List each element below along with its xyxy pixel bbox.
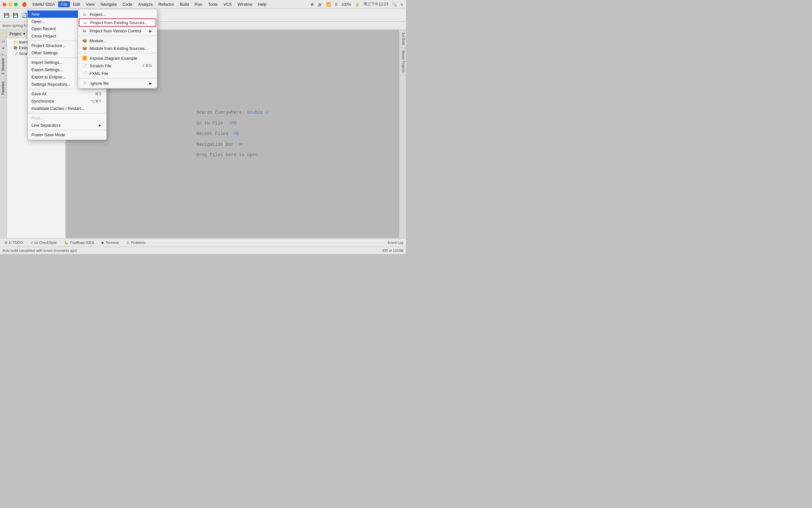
menubar-apple[interactable]: 🍎 xyxy=(19,1,29,7)
close-project-label: Close Project xyxy=(32,34,56,38)
menubar-intellij[interactable]: IntelliJ IDEA xyxy=(30,1,57,7)
power-save-label: Power Save Mode xyxy=(32,132,65,137)
new-sep-2 xyxy=(78,53,157,53)
menubar-code[interactable]: Code xyxy=(120,1,135,7)
volume-icon: 🔊 xyxy=(318,2,322,7)
scratch-file-label: Scratch File xyxy=(90,64,112,68)
synchronize-shortcut: ⌥⌘Y xyxy=(90,99,102,103)
export-settings-label: Export Settings... xyxy=(32,67,63,72)
scratch-file-icon: 📄 xyxy=(82,63,87,68)
project-from-existing-label: Project from Existing Sources... xyxy=(90,20,148,25)
aspose-icon: 🟧 xyxy=(82,55,87,60)
settings-repo-label: Settings Repository... xyxy=(32,82,71,87)
line-sep-label: Line Separators xyxy=(32,123,61,128)
scratch-file-shortcut: ⇧⌘N xyxy=(142,64,152,68)
new-submenu: 🗂 Project... 🗂 Project from Existing Sou… xyxy=(78,9,157,89)
battery-icon: 🔋 xyxy=(355,2,360,7)
project-icon: 🗂 xyxy=(82,12,87,17)
menu-fxml[interactable]: 📄 FXML File xyxy=(78,70,157,77)
new-sep-1 xyxy=(78,36,157,36)
save-all-label: Save All xyxy=(32,91,46,96)
menu-synchronize[interactable]: Synchronize ⌥⌘Y xyxy=(28,97,107,105)
open-label: Open... xyxy=(32,19,45,24)
menubar-refactor[interactable]: Refactor xyxy=(156,1,177,7)
menubar-vcs[interactable]: VCS xyxy=(221,1,235,7)
search-icon[interactable]: 🔍 xyxy=(392,2,397,7)
traffic-lights xyxy=(3,3,18,6)
existing-project-icon: 🗂 xyxy=(83,20,88,25)
clock: 周三下午12:23 xyxy=(363,2,388,7)
other-settings-label: Other Settings xyxy=(32,50,58,55)
new-module-label: Module... xyxy=(90,38,107,43)
module-existing-icon: 📦 xyxy=(82,46,87,51)
minimize-button[interactable] xyxy=(8,3,12,6)
menubar-build[interactable]: Build xyxy=(177,1,192,7)
separator-4 xyxy=(28,113,107,113)
new-project-label: Project... xyxy=(90,12,106,17)
module-icon: 📦 xyxy=(82,38,87,43)
menu-overlay: New ▶ Open... Open Recent ▶ Close Projec… xyxy=(0,9,406,254)
menu-save-all[interactable]: Save All ⌘S xyxy=(28,90,107,97)
export-eclipse-label: Export to Eclipse... xyxy=(32,75,66,79)
menubar-run[interactable]: Run xyxy=(192,1,205,7)
menu-project-from-vcs[interactable]: 🗂 Project from Version Control ▶ xyxy=(78,27,157,35)
menu-module-from-existing[interactable]: 📦 Module from Existing Sources... xyxy=(78,44,157,52)
menu-ignore-file[interactable]: .i* .ignore file ▶ xyxy=(78,79,157,87)
line-sep-arrow: ▶ xyxy=(99,124,102,127)
menubar-view[interactable]: View xyxy=(83,1,97,7)
ignore-arrow: ▶ xyxy=(149,82,152,85)
ignore-file-label: .ignore file xyxy=(90,81,109,86)
menu-print: Print... xyxy=(28,114,107,122)
skype-icon: S xyxy=(335,2,337,7)
menu-project-from-existing[interactable]: 🗂 Project from Existing Sources... xyxy=(79,18,156,27)
fxml-label: FXML File xyxy=(90,71,108,76)
menubar-edit[interactable]: Edit xyxy=(71,1,83,7)
fxml-icon: 📄 xyxy=(82,71,87,76)
close-button[interactable] xyxy=(3,3,6,6)
project-structure-label: Project Structure... xyxy=(32,43,66,48)
open-recent-label: Open Recent xyxy=(32,26,56,31)
save-all-shortcut: ⌘S xyxy=(95,92,102,96)
zoom-button[interactable] xyxy=(14,3,18,6)
menubar-analyze[interactable]: Analyze xyxy=(136,1,155,7)
synchronize-label: Synchronize xyxy=(32,99,54,103)
menu-line-separators[interactable]: Line Separators ▶ xyxy=(28,122,107,129)
battery-percent: 100% xyxy=(341,2,351,7)
wifi-icon: 📶 xyxy=(326,2,331,7)
menubar: 🍎 IntelliJ IDEA File Edit View Navigate … xyxy=(0,0,406,9)
vcs-arrow: ▶ xyxy=(149,29,152,33)
module-from-existing-label: Module from Existing Sources... xyxy=(90,46,148,51)
menubar-help[interactable]: Help xyxy=(255,1,269,7)
menubar-navigate[interactable]: Navigate xyxy=(98,1,119,7)
menu-new-project[interactable]: 🗂 Project... xyxy=(78,10,157,18)
aspose-label: Aspose.Diagram Example xyxy=(90,56,137,60)
menubar-window[interactable]: Window xyxy=(235,1,255,7)
print-label: Print... xyxy=(32,116,43,120)
menubar-tools[interactable]: Tools xyxy=(206,1,220,7)
vcs-icon: 🗂 xyxy=(82,28,87,33)
new-label: New xyxy=(32,12,40,16)
new-sep-3 xyxy=(78,78,157,78)
separator-3 xyxy=(28,89,107,89)
import-settings-label: Import Settings... xyxy=(32,60,63,65)
menu-invalidate[interactable]: Invalidate Caches / Restart... xyxy=(28,105,107,112)
menu-icon[interactable]: ≡ xyxy=(401,2,403,7)
menu-aspose[interactable]: 🟧 Aspose.Diagram Example xyxy=(78,54,157,62)
menu-power-save[interactable]: Power Save Mode xyxy=(28,131,107,138)
menubar-file[interactable]: File xyxy=(58,1,70,7)
invalidate-label: Invalidate Caches / Restart... xyxy=(32,106,84,111)
menu-new-module[interactable]: 📦 Module... xyxy=(78,37,157,44)
screen-icon: 🖥 xyxy=(310,2,314,7)
menu-scratch-file[interactable]: 📄 Scratch File ⇧⌘N xyxy=(78,62,157,70)
menubar-right: 🖥 🔊 📶 S 100% 🔋 周三下午12:23 🔍 ≡ xyxy=(310,2,403,7)
project-from-vcs-label: Project from Version Control xyxy=(90,29,141,33)
ignore-icon: .i* xyxy=(82,81,87,86)
